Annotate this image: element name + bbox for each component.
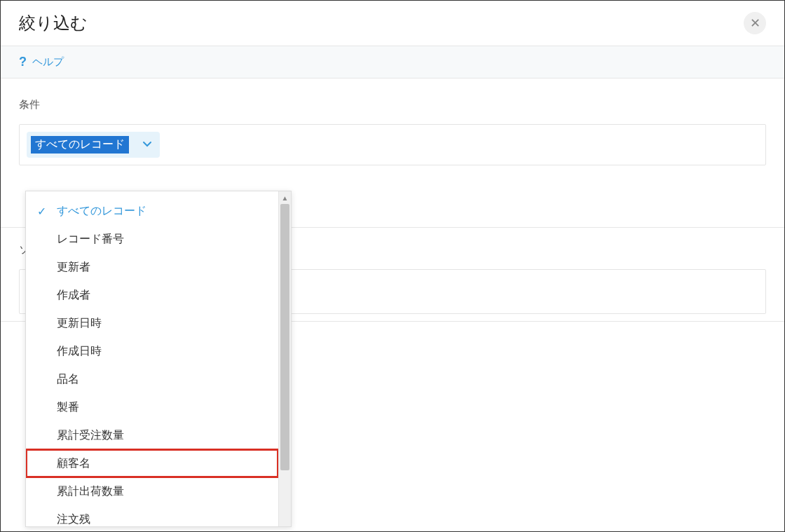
dropdown-item-label: 更新日時 [57, 316, 102, 331]
dropdown-item-label: 更新者 [57, 260, 90, 275]
check-icon: ✓ [37, 205, 46, 218]
dropdown-item[interactable]: ✓すべてのレコード [26, 197, 278, 225]
dropdown-item-label: 作成日時 [57, 344, 102, 359]
dropdown-item-label: 作成者 [57, 288, 90, 303]
dropdown-item-label: 製番 [57, 400, 79, 415]
dialog-header: 絞り込む ✕ [1, 1, 784, 46]
dropdown-item[interactable]: 注文残 [26, 505, 278, 526]
dropdown-item[interactable]: 顧客名 [26, 449, 278, 477]
help-icon: ? [19, 55, 27, 69]
condition-section: 条件 すべてのレコード [1, 79, 784, 165]
dialog-title: 絞り込む [19, 12, 88, 34]
condition-label: 条件 [19, 98, 766, 111]
dropdown-selected-value: すべてのレコード [31, 136, 129, 154]
dropdown-item[interactable]: 製番 [26, 393, 278, 421]
close-button[interactable]: ✕ [744, 12, 766, 34]
dropdown-item-label: 顧客名 [57, 456, 90, 471]
help-link[interactable]: ヘルプ [32, 55, 64, 69]
dropdown-item[interactable]: 更新者 [26, 253, 278, 281]
help-bar: ? ヘルプ [1, 46, 784, 79]
dropdown-item-label: 品名 [57, 372, 79, 387]
condition-dropdown-trigger[interactable]: すべてのレコード [27, 132, 160, 158]
dropdown-item[interactable]: 累計受注数量 [26, 421, 278, 449]
scrollbar[interactable]: ▲ [278, 191, 291, 526]
dropdown-item-label: 注文残 [57, 512, 90, 527]
dropdown-item[interactable]: 累計出荷数量 [26, 477, 278, 505]
dropdown-item[interactable]: 作成者 [26, 281, 278, 309]
field-dropdown-panel: ✓すべてのレコードレコード番号更新者作成者更新日時作成日時品名製番累計受注数量顧… [25, 191, 292, 527]
dropdown-item-label: 累計受注数量 [57, 428, 124, 443]
dropdown-list: ✓すべてのレコードレコード番号更新者作成者更新日時作成日時品名製番累計受注数量顧… [26, 191, 278, 526]
dropdown-item-label: すべてのレコード [57, 204, 146, 219]
condition-panel: すべてのレコード [19, 124, 766, 165]
dropdown-item[interactable]: 作成日時 [26, 337, 278, 365]
scroll-thumb[interactable] [280, 204, 289, 470]
dropdown-item-label: 累計出荷数量 [57, 484, 124, 499]
dropdown-item[interactable]: 更新日時 [26, 309, 278, 337]
scroll-up-arrow-icon[interactable]: ▲ [279, 191, 291, 204]
dropdown-item-label: レコード番号 [57, 232, 124, 247]
close-icon: ✕ [750, 15, 760, 31]
chevron-down-icon [142, 138, 153, 152]
dropdown-item[interactable]: レコード番号 [26, 225, 278, 253]
dropdown-item[interactable]: 品名 [26, 365, 278, 393]
